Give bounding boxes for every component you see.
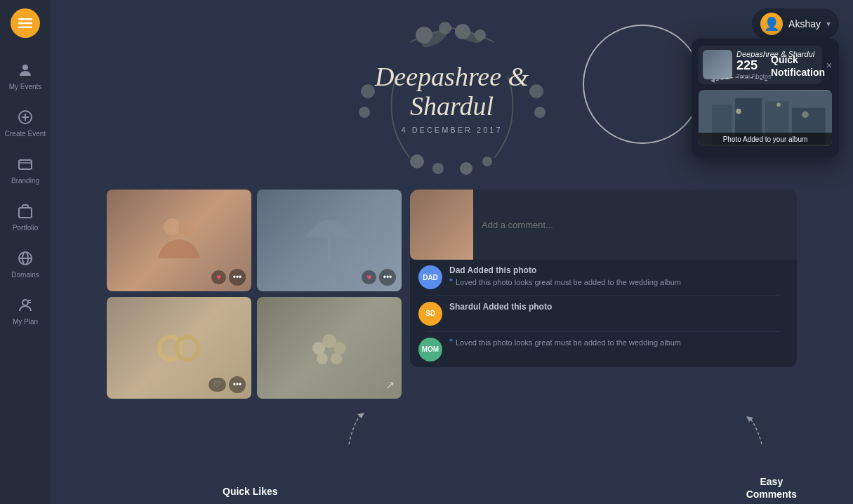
- like-button-2[interactable]: ♥: [362, 270, 376, 284]
- domains-icon: [15, 248, 35, 268]
- like-button-1[interactable]: ♥: [211, 270, 226, 284]
- photo-item-4[interactable]: ↗: [257, 297, 402, 399]
- my-events-icon: [15, 60, 35, 80]
- notif-event-name: Deepashree & Shardul: [736, 50, 818, 58]
- preview-thumbnail: [410, 190, 473, 260]
- expand-icon: ↗: [385, 378, 395, 392]
- sidebar-item-branding[interactable]: Branding: [0, 149, 51, 190]
- user-name: Akshay: [788, 18, 821, 29]
- svg-point-45: [736, 109, 741, 114]
- comment-preview: [410, 190, 797, 260]
- branding-icon: [15, 154, 35, 174]
- domains-label: Domains: [11, 271, 39, 279]
- notif-close-button[interactable]: ×: [826, 60, 832, 71]
- svg-point-13: [22, 300, 28, 305]
- notification-popup: Deepashree & Shardul 225 Total Photos ×: [692, 39, 839, 157]
- content-row: ♥ ••• ♥ •••: [51, 190, 853, 413]
- svg-point-37: [333, 342, 346, 354]
- svg-point-23: [432, 163, 444, 174]
- comment-title-shardul: Shardul Added this photo: [449, 302, 788, 312]
- svg-rect-0: [18, 18, 32, 20]
- avatar-mom: MOM: [418, 338, 442, 362]
- svg-point-30: [164, 218, 180, 235]
- svg-marker-50: [746, 416, 753, 422]
- comment-text-mom: " Loved this photo looks great must be a…: [449, 338, 788, 350]
- svg-point-22: [410, 154, 424, 168]
- comment-body-shardul: Shardul Added this photo: [449, 302, 788, 314]
- more-options-1[interactable]: •••: [229, 269, 246, 286]
- avatar-shardul: SD: [418, 302, 442, 326]
- notif-header: Deepashree & Shardul 225 Total Photos ×: [699, 46, 832, 84]
- svg-point-25: [482, 157, 492, 166]
- notif-mini-thumb: [703, 50, 732, 79]
- photo-item-3[interactable]: ♡ •••: [107, 297, 251, 399]
- svg-point-31: [178, 220, 194, 236]
- svg-point-24: [460, 162, 472, 175]
- quote-icon-mom: ": [449, 336, 453, 350]
- event-names: Deepashree & Shardul: [354, 62, 550, 121]
- comment-body-dad: Dad Added this photo " Loved this photo …: [449, 265, 788, 290]
- rings-icon: [151, 327, 207, 369]
- menu-button[interactable]: [11, 8, 40, 38]
- divider-2: [427, 331, 780, 332]
- svg-point-46: [776, 102, 781, 107]
- my-plan-label: My Plan: [13, 318, 38, 326]
- svg-rect-2: [18, 27, 32, 29]
- umbrella-icon: [301, 213, 357, 269]
- heart-icon-3: ♡: [213, 380, 221, 390]
- more-options-3[interactable]: •••: [229, 376, 246, 393]
- divider-1: [427, 296, 780, 296]
- comments-list: DAD Dad Added this photo " Loved this ph…: [410, 260, 797, 367]
- sidebar: My Events Create Event Branding: [0, 0, 51, 504]
- user-menu[interactable]: 👤 Akshay ▾: [752, 8, 839, 39]
- heart-icon: ♥: [216, 272, 221, 282]
- create-event-label: Create Event: [5, 130, 46, 138]
- sidebar-item-create-event[interactable]: Create Event: [0, 102, 51, 143]
- my-events-label: My Events: [9, 83, 42, 91]
- svg-point-3: [22, 65, 28, 70]
- like-button-3[interactable]: ♡: [209, 378, 226, 392]
- quick-likes-label: Quick Likes: [223, 486, 278, 497]
- portfolio-label: Portfolio: [13, 224, 39, 232]
- notif-count: 225: [736, 58, 758, 73]
- event-date: 4 DECEMBER 2017: [354, 126, 550, 134]
- comment-title-dad: Dad Added this photo: [449, 265, 788, 275]
- main-content: 👤 Akshay ▾: [51, 0, 853, 504]
- sidebar-item-domains[interactable]: Domains: [0, 243, 51, 284]
- notif-mini-card: Deepashree & Shardul 225 Total Photos: [699, 46, 822, 84]
- chevron-down-icon: ▾: [826, 19, 831, 29]
- sidebar-item-portfolio[interactable]: Portfolio: [0, 196, 51, 237]
- portfolio-icon: [15, 201, 35, 221]
- svg-rect-9: [19, 208, 32, 218]
- sidebar-item-my-plan[interactable]: My Plan: [0, 290, 51, 331]
- easy-comments-label: Easy Comments: [746, 475, 797, 500]
- user-avatar: 👤: [760, 13, 783, 35]
- couple-icon: [151, 213, 207, 269]
- comment-body-mom: " Loved this photo looks great must be a…: [449, 338, 788, 350]
- create-event-icon: [15, 107, 35, 127]
- comment-item-dad: DAD Dad Added this photo " Loved this ph…: [418, 265, 788, 290]
- svg-point-39: [331, 353, 342, 364]
- svg-point-36: [312, 342, 325, 354]
- my-plan-icon: [15, 296, 35, 315]
- comment-text-dad: " Loved this photo looks great must be a…: [449, 277, 788, 290]
- svg-point-38: [317, 353, 328, 364]
- svg-rect-7: [19, 160, 32, 169]
- notif-added-text: Photo Added to your album: [699, 133, 832, 146]
- svg-point-47: [802, 112, 809, 119]
- comment-panel: DAD Dad Added this photo " Loved this ph…: [410, 190, 797, 367]
- notif-count-label: Total Photos: [736, 73, 818, 80]
- heart-icon-2: ♥: [366, 272, 371, 282]
- sidebar-item-my-events[interactable]: My Events: [0, 55, 51, 96]
- avatar-dad: DAD: [418, 265, 442, 289]
- floral-wreath: Deepashree & Shardul 4 DECEMBER 2017: [354, 21, 550, 175]
- svg-marker-49: [357, 413, 364, 418]
- comment-item-mom: MOM " Loved this photo looks great must …: [418, 338, 788, 362]
- notif-photo-preview: Photo Added to your album: [699, 90, 832, 146]
- photo-item-2[interactable]: ♥ •••: [257, 190, 402, 291]
- comment-item-shardul: SD Shardul Added this photo: [418, 302, 788, 326]
- photo-item-1[interactable]: ♥ •••: [107, 190, 251, 291]
- more-options-2[interactable]: •••: [379, 269, 396, 286]
- comment-input[interactable]: [482, 220, 788, 230]
- quote-icon: ": [449, 276, 453, 290]
